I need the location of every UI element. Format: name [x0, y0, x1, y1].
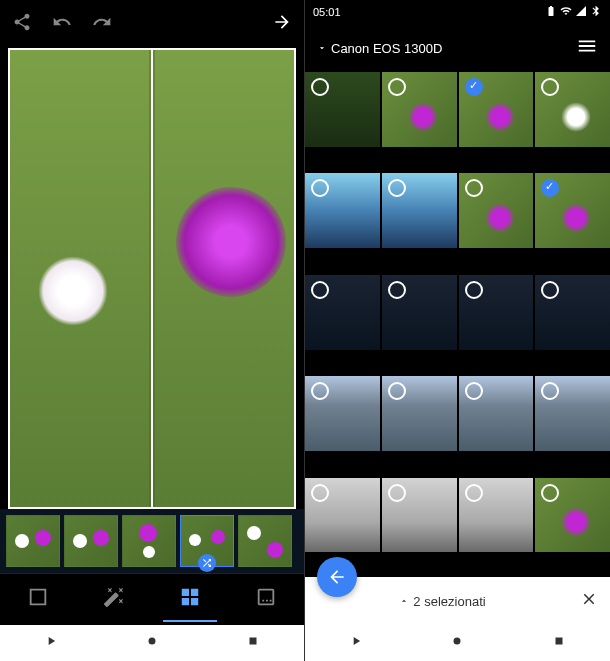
gallery-cell-11[interactable] — [535, 275, 610, 350]
layout-thumbnail-strip — [0, 509, 304, 573]
gallery-cell-5[interactable] — [382, 173, 457, 248]
thumb-preview — [211, 530, 225, 544]
gallery-cell-10[interactable] — [459, 275, 534, 350]
selection-bar: 2 selezionati — [305, 577, 610, 625]
bluetooth-icon — [590, 5, 602, 19]
selection-circle[interactable] — [465, 281, 483, 299]
collage-divider[interactable] — [151, 50, 153, 507]
gallery-cell-1[interactable] — [382, 72, 457, 147]
gallery-cell-3[interactable] — [535, 72, 610, 147]
flower-decoration — [485, 203, 515, 233]
forward-arrow-icon[interactable] — [272, 12, 292, 36]
tab-frame[interactable] — [11, 578, 65, 622]
fab-back-button[interactable] — [317, 557, 357, 597]
thumb-preview — [35, 530, 51, 546]
camera-dropdown[interactable]: Canon EOS 1300D — [317, 41, 442, 56]
gallery-cell-6[interactable] — [459, 173, 534, 248]
tab-edit[interactable] — [87, 578, 141, 622]
gallery-cell-19[interactable] — [535, 478, 610, 553]
flower-decoration — [408, 102, 438, 132]
undo-icon[interactable] — [52, 12, 72, 36]
nav-recent-icon[interactable] — [552, 634, 566, 652]
collage-pane-right[interactable] — [155, 50, 294, 507]
selection-circle[interactable] — [388, 78, 406, 96]
gallery-cell-14[interactable] — [459, 376, 534, 451]
editor-screen — [0, 0, 305, 661]
selection-circle[interactable] — [465, 484, 483, 502]
gallery-cell-4[interactable] — [305, 173, 380, 248]
shuffle-badge-icon[interactable] — [198, 554, 216, 572]
gallery-cell-15[interactable] — [535, 376, 610, 451]
flower-decoration — [561, 102, 591, 132]
svg-rect-1 — [250, 638, 257, 645]
selection-circle[interactable] — [388, 179, 406, 197]
thumb-preview — [15, 534, 29, 548]
layout-thumb-1[interactable] — [6, 515, 60, 567]
gallery-cell-8[interactable] — [305, 275, 380, 350]
thumb-preview — [247, 526, 261, 540]
selection-circle[interactable] — [465, 382, 483, 400]
android-nav-bar — [0, 625, 304, 661]
hamburger-menu-icon[interactable] — [576, 35, 598, 61]
close-selection-icon[interactable] — [580, 590, 598, 612]
camera-name-label: Canon EOS 1300D — [331, 41, 442, 56]
nav-back-icon[interactable] — [349, 634, 363, 652]
gallery-cell-12[interactable] — [305, 376, 380, 451]
svg-rect-3 — [556, 638, 563, 645]
selection-circle[interactable] — [541, 78, 559, 96]
flower-white-decoration — [38, 256, 108, 326]
tab-layout[interactable] — [163, 578, 217, 622]
layout-thumb-2[interactable] — [64, 515, 118, 567]
editor-bottom-tabs — [0, 573, 304, 625]
selection-circle[interactable] — [311, 484, 329, 502]
gallery-cell-13[interactable] — [382, 376, 457, 451]
redo-icon[interactable] — [92, 12, 112, 36]
gallery-header: Canon EOS 1300D — [305, 24, 610, 72]
nav-recent-icon[interactable] — [246, 634, 260, 652]
selection-text-value: 2 selezionati — [413, 594, 485, 609]
nav-home-icon[interactable] — [145, 634, 159, 652]
selection-circle[interactable] — [465, 179, 483, 197]
gallery-cell-9[interactable] — [382, 275, 457, 350]
gallery-screen: 05:01 Canon EOS 1300D — [305, 0, 610, 661]
selection-circle[interactable] — [388, 281, 406, 299]
selection-circle[interactable] — [311, 281, 329, 299]
gallery-cell-16[interactable] — [305, 478, 380, 553]
wifi-icon — [560, 5, 572, 19]
flower-decoration — [485, 102, 515, 132]
tab-aspect[interactable] — [239, 578, 293, 622]
nav-home-icon[interactable] — [450, 634, 464, 652]
share-icon[interactable] — [12, 12, 32, 36]
status-bar: 05:01 — [305, 0, 610, 24]
selection-circle[interactable] — [541, 382, 559, 400]
selection-circle[interactable] — [311, 382, 329, 400]
gallery-cell-7[interactable] — [535, 173, 610, 248]
selection-circle[interactable] — [541, 281, 559, 299]
selection-count-label: 2 selezionati — [317, 594, 568, 609]
gallery-cell-17[interactable] — [382, 478, 457, 553]
collage-preview[interactable] — [8, 48, 296, 509]
gallery-cell-2[interactable] — [459, 72, 534, 147]
editor-toolbar — [0, 0, 304, 48]
thumb-preview — [139, 524, 157, 542]
flower-decoration — [561, 203, 591, 233]
nav-back-icon[interactable] — [44, 634, 58, 652]
thumb-preview — [189, 534, 201, 546]
selection-circle[interactable] — [541, 179, 559, 197]
gallery-cell-0[interactable] — [305, 72, 380, 147]
flower-purple-decoration — [176, 187, 286, 297]
selection-circle[interactable] — [388, 484, 406, 502]
layout-thumb-4[interactable] — [180, 515, 234, 567]
layout-thumb-3[interactable] — [122, 515, 176, 567]
selection-circle[interactable] — [311, 78, 329, 96]
layout-thumb-5[interactable] — [238, 515, 292, 567]
android-nav-bar — [305, 625, 610, 661]
thumb-preview — [267, 542, 283, 558]
signal-icon — [575, 5, 587, 19]
selection-circle[interactable] — [311, 179, 329, 197]
selection-circle[interactable] — [541, 484, 559, 502]
selection-circle[interactable] — [388, 382, 406, 400]
gallery-cell-18[interactable] — [459, 478, 534, 553]
selection-circle[interactable] — [465, 78, 483, 96]
collage-pane-left[interactable] — [10, 50, 149, 507]
